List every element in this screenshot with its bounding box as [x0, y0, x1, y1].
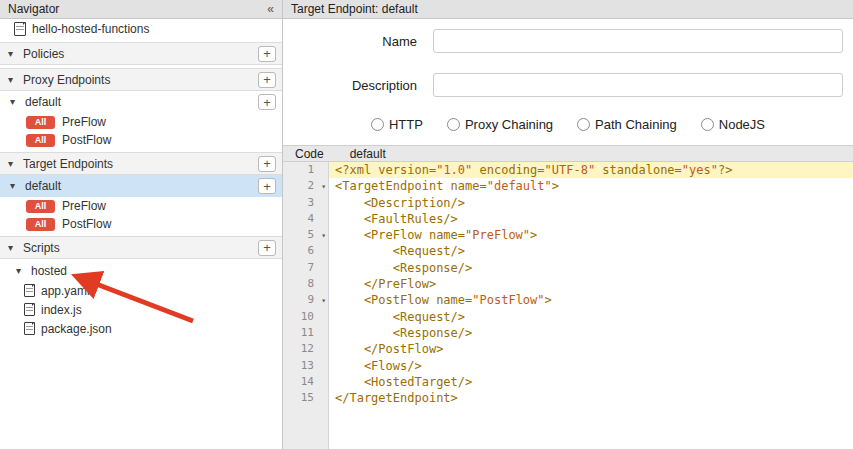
- detail-header: Target Endpoint: default: [283, 0, 853, 19]
- line-number: 2▾: [283, 178, 328, 194]
- code-lines[interactable]: <?xml version="1.0" encoding="UTF-8" sta…: [329, 162, 853, 449]
- line-number: 11: [283, 325, 328, 341]
- code-line[interactable]: <Flows/>: [329, 358, 853, 374]
- radio-circle-icon[interactable]: [371, 118, 384, 131]
- disclosure-triangle-icon[interactable]: ▾: [8, 159, 18, 169]
- nav-flow-postflow[interactable]: AllPostFlow: [0, 131, 282, 149]
- code-line[interactable]: <Description/>: [329, 195, 853, 211]
- line-number: 12: [283, 341, 328, 357]
- radio-path-chaining[interactable]: Path Chaining: [577, 117, 677, 132]
- code-line[interactable]: <FaultRules/>: [329, 211, 853, 227]
- nav-folder-hosted[interactable]: ▾hosted: [0, 261, 282, 281]
- line-number: 3: [283, 195, 328, 211]
- add-button[interactable]: +: [258, 178, 276, 194]
- add-button[interactable]: +: [258, 94, 276, 110]
- nav-file-package-json[interactable]: package.json: [0, 319, 282, 338]
- disclosure-triangle-icon[interactable]: ▾: [16, 266, 26, 276]
- line-number: 13: [283, 358, 328, 374]
- line-number: 6: [283, 243, 328, 259]
- disclosure-triangle-icon[interactable]: ▾: [8, 243, 18, 253]
- code-tab-label[interactable]: Code: [295, 147, 324, 161]
- file-icon: [24, 303, 35, 316]
- nav-label: Target Endpoints: [23, 157, 113, 171]
- nav-label: Proxy Endpoints: [23, 73, 110, 87]
- collapse-navigator-icon[interactable]: «: [267, 2, 274, 16]
- endpoint-form: Name Description HTTPProxy ChainingPath …: [283, 19, 853, 145]
- radio-label: NodeJS: [719, 117, 765, 132]
- nav-label: index.js: [41, 303, 82, 317]
- code-line[interactable]: <Response/>: [329, 325, 853, 341]
- code-line[interactable]: <Request/>: [329, 309, 853, 325]
- code-line[interactable]: <PostFlow name="PostFlow">: [329, 292, 853, 308]
- radio-label: Path Chaining: [595, 117, 677, 132]
- code-editor: 12▾345▾6789▾101112131415 <?xml version="…: [283, 162, 853, 449]
- nav-label: app.yaml: [41, 284, 90, 298]
- nav-endpoint-default[interactable]: ▾default+: [0, 91, 282, 113]
- nav-file-index-js[interactable]: index.js: [0, 300, 282, 319]
- nav-label: Policies: [23, 47, 64, 61]
- nav-section-policies[interactable]: ▾Policies+: [0, 42, 282, 65]
- nav-label: hosted: [31, 264, 67, 278]
- disclosure-triangle-icon[interactable]: ▾: [8, 75, 18, 85]
- add-button[interactable]: +: [258, 156, 276, 172]
- radio-proxy-chaining[interactable]: Proxy Chaining: [447, 117, 553, 132]
- nav-label: PreFlow: [62, 115, 106, 129]
- description-label: Description: [283, 78, 433, 93]
- line-number: 15: [283, 390, 328, 406]
- code-line[interactable]: <PreFlow name="PreFlow">: [329, 227, 853, 243]
- nav-section-proxy-endpoints[interactable]: ▾Proxy Endpoints+: [0, 68, 282, 91]
- nav-section-target-endpoints[interactable]: ▾Target Endpoints+: [0, 152, 282, 175]
- nav-bundle-hello-hosted-functions[interactable]: hello-hosted-functions: [0, 19, 282, 39]
- code-line[interactable]: <TargetEndpoint name="default">: [329, 178, 853, 194]
- code-tab-bar: Code default: [283, 145, 853, 162]
- detail-panel: Target Endpoint: default Name Descriptio…: [283, 0, 853, 449]
- code-line[interactable]: <Request/>: [329, 243, 853, 259]
- fold-arrow-icon[interactable]: ▾: [321, 293, 326, 309]
- nav-label: default: [25, 179, 61, 193]
- disclosure-triangle-icon[interactable]: ▾: [10, 97, 20, 107]
- radio-circle-icon[interactable]: [577, 118, 590, 131]
- disclosure-triangle-icon[interactable]: ▾: [8, 49, 18, 59]
- app-root: Navigator « hello-hosted-functions▾Polic…: [0, 0, 853, 449]
- condition-badge: All: [26, 116, 55, 129]
- disclosure-triangle-icon[interactable]: ▾: [10, 181, 20, 191]
- fold-arrow-icon[interactable]: ▾: [321, 179, 326, 195]
- nav-flow-postflow[interactable]: AllPostFlow: [0, 215, 282, 233]
- fold-arrow-icon[interactable]: ▾: [321, 228, 326, 244]
- navigator-title: Navigator: [8, 2, 59, 16]
- nav-label: default: [25, 95, 61, 109]
- file-icon: [14, 22, 26, 36]
- description-input[interactable]: [433, 73, 843, 97]
- navigator-panel: Navigator « hello-hosted-functions▾Polic…: [0, 0, 283, 449]
- radio-nodejs[interactable]: NodeJS: [701, 117, 765, 132]
- line-number: 8: [283, 276, 328, 292]
- code-line[interactable]: <Response/>: [329, 260, 853, 276]
- radio-circle-icon[interactable]: [447, 118, 460, 131]
- condition-badge: All: [26, 134, 55, 147]
- nav-flow-preflow[interactable]: AllPreFlow: [0, 197, 282, 215]
- name-input[interactable]: [433, 29, 843, 53]
- nav-label: hello-hosted-functions: [32, 22, 149, 36]
- name-label: Name: [283, 34, 433, 49]
- line-number: 14: [283, 374, 328, 390]
- code-line[interactable]: <HostedTarget/>: [329, 374, 853, 390]
- condition-badge: All: [26, 200, 55, 213]
- code-line[interactable]: </PostFlow>: [329, 341, 853, 357]
- add-button[interactable]: +: [258, 72, 276, 88]
- code-line[interactable]: <?xml version="1.0" encoding="UTF-8" sta…: [329, 162, 853, 178]
- code-line[interactable]: </PreFlow>: [329, 276, 853, 292]
- nav-flow-preflow[interactable]: AllPreFlow: [0, 113, 282, 131]
- code-line[interactable]: </TargetEndpoint>: [329, 390, 853, 406]
- nav-section-scripts[interactable]: ▾Scripts+: [0, 236, 282, 259]
- radio-http[interactable]: HTTP: [371, 117, 423, 132]
- nav-file-app-yaml[interactable]: app.yaml: [0, 281, 282, 300]
- detail-title: Target Endpoint: default: [291, 2, 418, 16]
- add-button[interactable]: +: [258, 240, 276, 256]
- nav-label: package.json: [41, 322, 112, 336]
- line-number: 7: [283, 260, 328, 276]
- radio-label: Proxy Chaining: [465, 117, 553, 132]
- radio-circle-icon[interactable]: [701, 118, 714, 131]
- nav-endpoint-default[interactable]: ▾default+: [0, 175, 282, 197]
- add-button[interactable]: +: [258, 46, 276, 62]
- line-number: 9▾: [283, 292, 328, 308]
